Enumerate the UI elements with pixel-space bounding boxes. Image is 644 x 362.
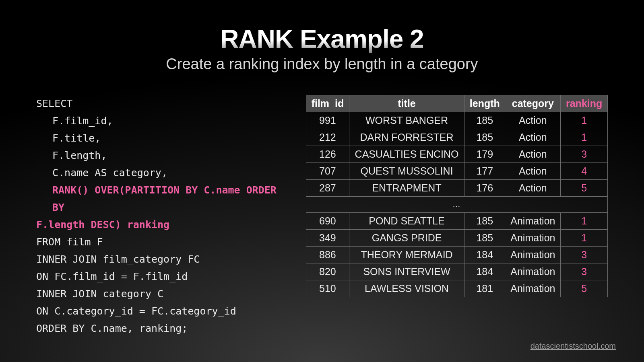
table-separator: … <box>306 197 608 213</box>
cell-length: 185 <box>464 213 505 230</box>
cell-film_id: 991 <box>306 112 349 129</box>
table-row: 510LAWLESS VISION181Animation5 <box>306 280 608 297</box>
table-row: 690POND SEATTLE185Animation1 <box>306 213 608 230</box>
cell-title: GANGS PRIDE <box>349 230 464 247</box>
table-header-row: film_id title length category ranking <box>306 95 608 112</box>
col-film-id: film_id <box>306 95 349 112</box>
cell-film_id: 212 <box>306 129 349 146</box>
table-row: 820SONS INTERVIEW184Animation3 <box>306 263 608 280</box>
sql-code: SELECT F.film_id,F.title,F.length,C.name… <box>36 95 290 337</box>
col-ranking: ranking <box>561 95 608 112</box>
cell-ranking: 1 <box>561 129 608 146</box>
code-line: INNER JOIN film_category FC <box>36 253 200 265</box>
code-line: F.title, <box>36 130 290 147</box>
cell-film_id: 510 <box>306 280 349 297</box>
cell-ranking: 4 <box>561 163 608 180</box>
cell-category: Action <box>505 163 561 180</box>
table-row: 126CASUALTIES ENCINO179Action3 <box>306 146 608 163</box>
code-line: C.name AS category, <box>36 164 290 181</box>
cell-film_id: 349 <box>306 230 349 247</box>
cell-category: Action <box>505 129 561 146</box>
code-line-highlight: F.length DESC) ranking <box>36 219 169 230</box>
cell-ranking: 1 <box>561 213 608 230</box>
result-table: film_id title length category ranking 99… <box>306 95 608 297</box>
cell-title: SONS INTERVIEW <box>349 263 464 280</box>
cell-category: Animation <box>505 247 561 263</box>
table-header: film_id title length category ranking <box>306 95 608 112</box>
slide-subtitle: Create a ranking index by length in a ca… <box>36 56 608 73</box>
table-row: 991WORST BANGER185Action1 <box>306 112 608 129</box>
cell-category: Animation <box>505 263 561 280</box>
code-line-highlight: RANK() OVER(PARTITION BY C.name ORDER BY <box>36 181 290 216</box>
cell-ranking: 1 <box>561 112 608 129</box>
table-row: 886THEORY MERMAID184Animation3 <box>306 247 608 263</box>
table-body: 991WORST BANGER185Action1212DARN FORREST… <box>306 112 608 297</box>
footer-link[interactable]: datascientistschool.com <box>530 341 616 351</box>
cell-ranking: 3 <box>561 146 608 163</box>
cell-length: 179 <box>464 146 505 163</box>
code-line: ON C.category_id = FC.category_id <box>36 305 236 317</box>
cell-category: Action <box>505 180 561 197</box>
table-row: 212DARN FORRESTER185Action1 <box>306 129 608 146</box>
cell-film_id: 126 <box>306 146 349 163</box>
cell-category: Action <box>505 146 561 163</box>
cell-title: LAWLESS VISION <box>349 280 464 297</box>
cell-title: THEORY MERMAID <box>349 247 464 263</box>
code-line: ON FC.film_id = F.film_id <box>36 271 188 282</box>
slide-title: RANK Example 2 <box>36 24 608 54</box>
table-column: film_id title length category ranking 99… <box>306 95 608 297</box>
cell-film_id: 707 <box>306 163 349 180</box>
cell-category: Animation <box>505 280 561 297</box>
cell-ranking: 3 <box>561 263 608 280</box>
cell-title: POND SEATTLE <box>349 213 464 230</box>
cell-film_id: 886 <box>306 247 349 263</box>
code-line: INNER JOIN category C <box>36 288 163 300</box>
code-line: FROM film F <box>36 236 103 248</box>
cell-title: DARN FORRESTER <box>349 129 464 146</box>
table-separator-row: … <box>306 197 608 213</box>
table-row: 707QUEST MUSSOLINI177Action4 <box>306 163 608 180</box>
cell-ranking: 5 <box>561 180 608 197</box>
col-category: category <box>505 95 561 112</box>
cell-title: WORST BANGER <box>349 112 464 129</box>
cell-length: 177 <box>464 163 505 180</box>
cell-film_id: 287 <box>306 180 349 197</box>
col-length: length <box>464 95 505 112</box>
code-line: F.film_id, <box>36 112 290 130</box>
cell-ranking: 5 <box>561 280 608 297</box>
cell-category: Action <box>505 112 561 129</box>
code-line: F.length, <box>36 147 290 164</box>
cell-length: 185 <box>464 112 505 129</box>
slide: RANK Example 2 Create a ranking index by… <box>0 0 644 362</box>
table-row: 349GANGS PRIDE185Animation1 <box>306 230 608 247</box>
cell-length: 184 <box>464 263 505 280</box>
col-title: title <box>349 95 464 112</box>
cell-length: 185 <box>464 230 505 247</box>
code-line: SELECT <box>36 98 72 109</box>
content-row: SELECT F.film_id,F.title,F.length,C.name… <box>36 95 608 337</box>
table-row: 287ENTRAPMENT176Action5 <box>306 180 608 197</box>
cell-ranking: 3 <box>561 247 608 263</box>
code-column: SELECT F.film_id,F.title,F.length,C.name… <box>36 95 290 337</box>
cell-length: 184 <box>464 247 505 263</box>
cell-category: Animation <box>505 230 561 247</box>
cell-film_id: 690 <box>306 213 349 230</box>
cell-title: CASUALTIES ENCINO <box>349 146 464 163</box>
cell-length: 176 <box>464 180 505 197</box>
cell-category: Animation <box>505 213 561 230</box>
cell-film_id: 820 <box>306 263 349 280</box>
cell-length: 181 <box>464 280 505 297</box>
cell-length: 185 <box>464 129 505 146</box>
code-line: ORDER BY C.name, ranking; <box>36 323 188 334</box>
cell-title: ENTRAPMENT <box>349 180 464 197</box>
cell-ranking: 1 <box>561 230 608 247</box>
cell-title: QUEST MUSSOLINI <box>349 163 464 180</box>
